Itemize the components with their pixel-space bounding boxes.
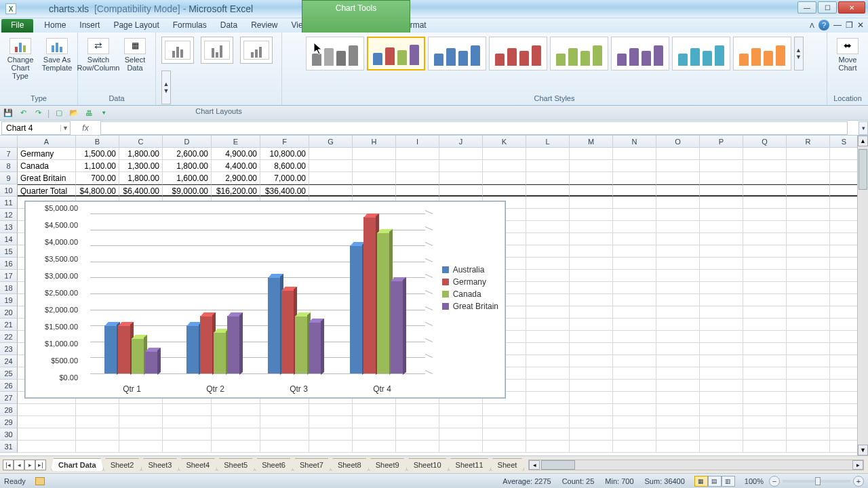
cell-N21[interactable] [613, 319, 656, 331]
cell-Q20[interactable] [743, 306, 787, 319]
cell-R9[interactable] [787, 172, 830, 184]
cell-S20[interactable] [830, 306, 859, 319]
cell-I28[interactable] [396, 404, 439, 416]
new-icon[interactable]: ▢ [54, 108, 64, 119]
row-header-30[interactable]: 30 [0, 428, 18, 441]
cell-P31[interactable] [700, 441, 743, 453]
cell-L12[interactable] [526, 209, 570, 221]
cell-I9[interactable] [396, 172, 439, 184]
cell-A8[interactable]: Canada [18, 160, 76, 172]
cell-Q26[interactable] [743, 380, 787, 392]
zoom-knob[interactable] [815, 477, 821, 485]
cell-Q11[interactable] [743, 197, 787, 209]
cell-N27[interactable] [613, 392, 656, 404]
col-header-N[interactable]: N [613, 136, 656, 147]
cell-E10[interactable]: $16,200.00 [212, 184, 260, 197]
cell-I29[interactable] [396, 416, 439, 428]
cell-S8[interactable] [830, 160, 859, 172]
col-header-F[interactable]: F [260, 136, 309, 147]
col-header-H[interactable]: H [353, 136, 396, 147]
cell-S7[interactable] [830, 148, 859, 160]
cell-P23[interactable] [700, 343, 743, 355]
page-break-view-icon[interactable]: ▥ [722, 476, 735, 487]
cell-J10[interactable] [439, 184, 483, 197]
cell-G31[interactable] [309, 441, 353, 453]
cell-O27[interactable] [656, 392, 700, 404]
cell-Q10[interactable] [743, 184, 787, 197]
row-header-17[interactable]: 17 [0, 270, 18, 282]
zoom-slider[interactable]: − + [769, 476, 864, 487]
sheet-tab-sheet6[interactable]: Sheet6 [254, 458, 293, 471]
cell-N7[interactable] [613, 148, 656, 160]
cell-Q18[interactable] [743, 282, 787, 294]
cell-O23[interactable] [656, 343, 700, 355]
cell-S22[interactable] [830, 331, 859, 343]
cell-P24[interactable] [700, 355, 743, 367]
cell-F7[interactable]: 10,800.00 [260, 148, 309, 160]
sheet-tab-sheet5[interactable]: Sheet5 [216, 458, 255, 471]
cell-M20[interactable] [570, 306, 613, 319]
cell-N8[interactable] [613, 160, 656, 172]
cell-K10[interactable] [483, 184, 526, 197]
sheet-tab-sheet2[interactable]: Sheet2 [103, 458, 142, 471]
row-header-18[interactable]: 18 [0, 282, 18, 294]
cell-J8[interactable] [439, 160, 483, 172]
cell-O12[interactable] [656, 209, 700, 221]
cell-N17[interactable] [613, 270, 656, 282]
chart-style-7[interactable] [672, 37, 730, 70]
cell-M19[interactable] [570, 294, 613, 306]
cell-L24[interactable] [526, 355, 570, 367]
tab-first-icon[interactable]: |◂ [3, 460, 14, 470]
cell-A28[interactable] [18, 404, 76, 416]
cell-R24[interactable] [787, 355, 830, 367]
cell-R31[interactable] [787, 441, 830, 453]
cell-L21[interactable] [526, 319, 570, 331]
namebox-dropdown-icon[interactable]: ▼ [60, 125, 70, 131]
vertical-scrollbar[interactable]: ▲ ▼ [857, 136, 868, 455]
cell-L14[interactable] [526, 233, 570, 245]
cell-D31[interactable] [163, 441, 212, 453]
cell-C7[interactable]: 1,800.00 [119, 148, 163, 160]
cell-L30[interactable] [526, 428, 570, 441]
cell-M28[interactable] [570, 404, 613, 416]
cell-S28[interactable] [830, 404, 859, 416]
cell-A10[interactable]: Quarter Total [18, 184, 76, 197]
formula-input[interactable] [100, 121, 848, 135]
cell-D28[interactable] [163, 404, 212, 416]
cell-B7[interactable]: 1,500.00 [76, 148, 119, 160]
cell-N24[interactable] [613, 355, 656, 367]
cell-O21[interactable] [656, 319, 700, 331]
col-header-R[interactable]: R [787, 136, 830, 147]
cell-B28[interactable] [76, 404, 119, 416]
cell-D9[interactable]: 1,600.00 [163, 172, 212, 184]
row-header-22[interactable]: 22 [0, 331, 18, 343]
formula-bar-expand-icon[interactable]: ▾ [859, 121, 868, 135]
col-header-G[interactable]: G [309, 136, 353, 147]
cell-O14[interactable] [656, 233, 700, 245]
cell-E9[interactable]: 2,900.00 [212, 172, 260, 184]
cell-M23[interactable] [570, 343, 613, 355]
row-header-19[interactable]: 19 [0, 294, 18, 306]
cell-R18[interactable] [787, 282, 830, 294]
sheet-tab-sheet7[interactable]: Sheet7 [292, 458, 331, 471]
zoom-out-icon[interactable]: − [769, 476, 780, 487]
cell-Q12[interactable] [743, 209, 787, 221]
cell-R13[interactable] [787, 221, 830, 233]
tab-home[interactable]: Home [37, 19, 73, 33]
cell-P21[interactable] [700, 319, 743, 331]
cell-M11[interactable] [570, 197, 613, 209]
cell-K29[interactable] [483, 416, 526, 428]
col-header-M[interactable]: M [570, 136, 613, 147]
cell-A7[interactable]: Germany [18, 148, 76, 160]
cell-B29[interactable] [76, 416, 119, 428]
cell-R16[interactable] [787, 258, 830, 270]
cell-S18[interactable] [830, 282, 859, 294]
cell-Q27[interactable] [743, 392, 787, 404]
cell-M8[interactable] [570, 160, 613, 172]
cell-O28[interactable] [656, 404, 700, 416]
cell-J30[interactable] [439, 428, 483, 441]
chart-styles-more[interactable]: ▲▼ [794, 37, 804, 70]
cell-M12[interactable] [570, 209, 613, 221]
move-chart-button[interactable]: ⬌ MoveChart [831, 35, 864, 72]
cell-Q23[interactable] [743, 343, 787, 355]
